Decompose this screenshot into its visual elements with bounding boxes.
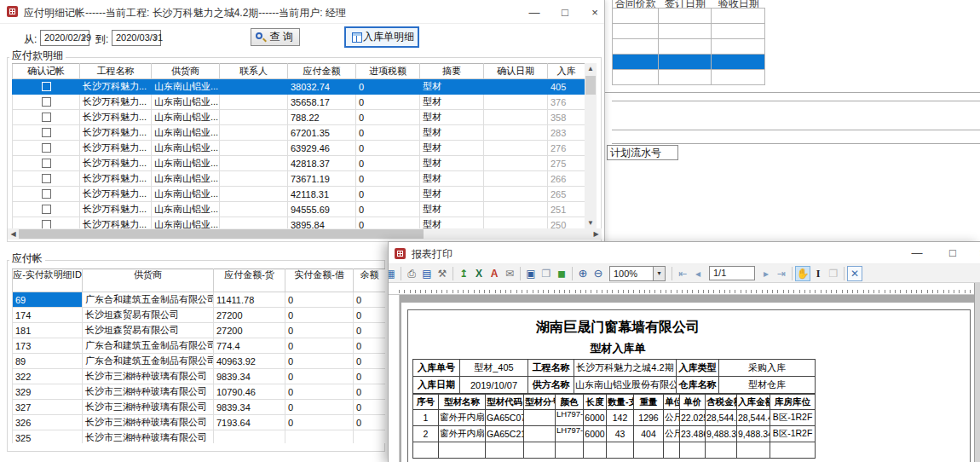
- confirm-checkbox[interactable]: [42, 113, 51, 122]
- close-button[interactable]: ×: [582, 6, 608, 19]
- horizontal-scrollbar[interactable]: ◀ ▶: [8, 228, 602, 240]
- scroll-right-arrow[interactable]: ▶: [591, 228, 602, 240]
- table-row[interactable]: 长沙万科魅力... 山东南山铝业... 63929.46 0 型材 276: [13, 141, 585, 156]
- table-row[interactable]: [613, 9, 765, 24]
- table-row[interactable]: [613, 70, 765, 85]
- confirm-checkbox[interactable]: [42, 220, 51, 228]
- chevron-down-icon[interactable]: ∨: [81, 31, 87, 45]
- column-header[interactable]: 确认记帐: [13, 64, 80, 79]
- column-header[interactable]: 入库: [548, 64, 585, 79]
- confirm-checkbox[interactable]: [42, 159, 51, 168]
- from-date-combobox[interactable]: 2020/02/29 ∨: [40, 30, 89, 46]
- maximize-button[interactable]: □: [552, 6, 578, 19]
- table-row[interactable]: 173 广东合和建筑五金制品有限公司 774.4 0 0: [13, 338, 386, 354]
- table-row[interactable]: 长沙万科魅力... 山东南山铝业... 42818.37 0 型材 275: [13, 156, 585, 171]
- minimize-button[interactable]: —: [522, 6, 547, 19]
- scrollbar-thumb[interactable]: [19, 229, 424, 239]
- scrollbar-thumb[interactable]: [585, 76, 596, 95]
- confirm-checkbox[interactable]: [42, 128, 51, 137]
- table-row[interactable]: 长沙万科魅力... 山东南山铝业... 94555.69 0 型材 251: [13, 202, 585, 217]
- maximize-button[interactable]: □: [940, 246, 966, 259]
- to-date-combobox[interactable]: 2020/03/31 ∨: [112, 30, 161, 46]
- minimize-button[interactable]: —: [904, 246, 930, 259]
- column-header[interactable]: 余额: [354, 269, 386, 292]
- confirm-checkbox[interactable]: [42, 143, 51, 153]
- table-row[interactable]: 89 广东合和建筑五金制品有限公司 40963.92 0 0: [13, 354, 386, 369]
- scroll-up-arrow[interactable]: ▲: [585, 63, 597, 74]
- page-number-input[interactable]: 1/1: [709, 266, 755, 280]
- text-select-icon[interactable]: I: [810, 266, 826, 281]
- column-header[interactable]: 联系人: [220, 64, 288, 79]
- excel-export-icon[interactable]: X: [471, 266, 487, 281]
- zoom-in-icon[interactable]: ⊕: [575, 266, 591, 281]
- table-row[interactable]: 长沙万科魅力... 山东南山铝业... 42118.31 0 型材 265: [13, 187, 585, 202]
- book-icon[interactable]: ▤: [419, 266, 435, 281]
- column-header[interactable]: 应付金额: [288, 64, 356, 79]
- inbound-no-cell: 265: [548, 187, 585, 202]
- print-preview-area[interactable]: 湖南巨晟门窗幕墙有限公司 型材入库单 入库单号 型材_405 工程名称 长沙万科…: [389, 295, 980, 462]
- chevron-down-icon[interactable]: ∨: [153, 31, 159, 45]
- table-row[interactable]: 长沙万科魅力... 山东南山铝业... 67201.35 0 型材 283: [13, 125, 585, 141]
- inbound-detail-button[interactable]: 入库单明细: [344, 26, 419, 48]
- cube-icon[interactable]: ◼: [554, 266, 569, 281]
- table-row[interactable]: [613, 24, 765, 39]
- zoom-out-icon[interactable]: ⊖: [591, 266, 606, 281]
- column-header[interactable]: 应-实付款明细ID: [13, 269, 83, 292]
- query-button[interactable]: 查 询: [251, 28, 300, 46]
- first-page-icon[interactable]: ⇤: [675, 266, 690, 281]
- vertical-scrollbar[interactable]: ▲ ▼: [585, 63, 597, 228]
- scroll-down-arrow[interactable]: ▼: [585, 217, 597, 228]
- table-row[interactable]: 69 广东合和建筑五金制品有限公司 11411.78 0 0: [13, 292, 386, 308]
- export-icon[interactable]: ↥: [456, 266, 471, 281]
- confirm-checkbox[interactable]: [42, 82, 51, 91]
- table-icon[interactable]: ▦: [389, 266, 398, 281]
- scroll-left-arrow[interactable]: ◀: [8, 228, 19, 240]
- chevron-down-icon[interactable]: ▾: [653, 267, 665, 280]
- table-row[interactable]: 329 长沙市三湘特种玻璃有限公司 10790.46 0 0: [13, 384, 386, 400]
- confirm-checkbox[interactable]: [42, 174, 51, 183]
- confirm-checkbox[interactable]: [42, 97, 51, 107]
- copy-pages-icon[interactable]: ❐: [826, 266, 841, 281]
- zoom-level-combobox[interactable]: 100% ▾: [609, 266, 666, 281]
- column-header[interactable]: 进项税额: [356, 64, 420, 79]
- window-title: 报表打印: [412, 247, 453, 262]
- report-titlebar[interactable]: 报表打印 — □ ×: [389, 242, 980, 264]
- previous-page-icon[interactable]: ◂: [690, 266, 706, 281]
- column-header[interactable]: 工程名称: [80, 64, 152, 79]
- table-row[interactable]: 181 长沙坦森贸易有限公司 27200 0 0: [13, 323, 386, 338]
- column-header[interactable]: 应付金额-货: [214, 269, 285, 292]
- column-header[interactable]: 确认日期: [484, 64, 548, 79]
- table-row[interactable]: 325 长沙市三湘特种玻璃有限公司: [13, 430, 386, 444]
- column-header[interactable]: 实付金额-借: [285, 269, 354, 292]
- last-page-icon[interactable]: ⇥: [774, 266, 789, 281]
- column-header[interactable]: 摘要: [420, 64, 484, 79]
- pdf-export-icon[interactable]: A: [487, 266, 502, 281]
- table-row[interactable]: 长沙万科魅力... 山东南山铝业... 3895.84 0 型材 250: [13, 217, 585, 229]
- table-row[interactable]: [613, 55, 765, 70]
- table-row[interactable]: 174 长沙坦森贸易有限公司 27200 0 0: [13, 308, 386, 323]
- confirm-checkbox[interactable]: [42, 205, 51, 214]
- document-icon[interactable]: ❐: [539, 266, 554, 281]
- contract-table-header: 合同价款 签订日期 验收日期: [613, 0, 765, 9]
- save-icon[interactable]: ▣: [523, 266, 539, 281]
- column-header[interactable]: 供货商: [83, 269, 214, 292]
- table-row[interactable]: 长沙万科魅力... 山东南山铝业... 35658.17 0 型材 376: [13, 95, 585, 110]
- column-header[interactable]: 供货商: [152, 64, 220, 79]
- preview-vertical-scrollbar[interactable]: [974, 283, 980, 462]
- table-row[interactable]: 326 长沙市三湘特种玻璃有限公司 7193.64 0 0: [13, 415, 386, 430]
- ledger-titlebar[interactable]: 应付明细记帐------当前工程: 长沙万科魅力之城4.2期------当前用户…: [0, 0, 604, 24]
- confirm-checkbox[interactable]: [42, 189, 51, 199]
- next-page-icon[interactable]: ▸: [758, 266, 774, 281]
- settings-tools-icon[interactable]: ⚒: [435, 266, 450, 281]
- table-row[interactable]: 长沙万科魅力... 山东南山铝业... 38032.74 0 型材 405: [13, 79, 585, 95]
- mail-icon[interactable]: ✉: [502, 266, 517, 281]
- close-button[interactable]: ×: [970, 246, 980, 259]
- table-row[interactable]: 长沙万科魅力... 山东南山铝业... 788.22 0 型材 358: [13, 110, 585, 125]
- table-row[interactable]: 327 长沙市三湘特种玻璃有限公司 9839.34 0 0: [13, 400, 386, 415]
- table-row[interactable]: [613, 39, 765, 55]
- table-row[interactable]: 322 长沙市三湘特种玻璃有限公司 9839.34 0 0: [13, 369, 386, 384]
- hand-pan-icon[interactable]: ✋: [795, 266, 810, 281]
- close-preview-icon[interactable]: ✕: [847, 266, 862, 281]
- table-row[interactable]: 长沙万科魅力... 山东南山铝业... 73671.19 0 型材 266: [13, 171, 585, 187]
- print-icon[interactable]: ⎙: [404, 266, 419, 281]
